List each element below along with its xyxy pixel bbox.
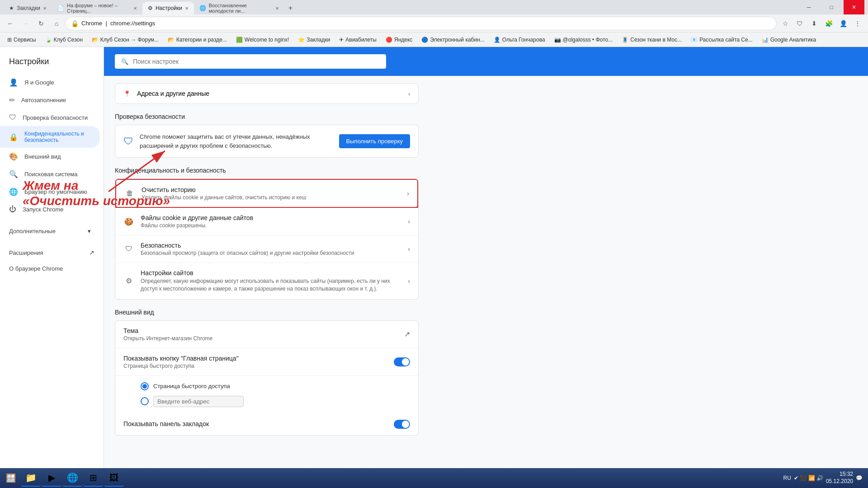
new-tab-button[interactable]: + <box>284 2 297 14</box>
clear-history-text: Очистить историю Удалить файлы cookie и … <box>142 186 401 201</box>
sidebar-label: Браузер по умолчанию <box>24 188 87 195</box>
theme-text: Тема Открыть Интернет-магазин Chrome <box>123 327 398 342</box>
sidebar-item-appearance[interactable]: 🎨 Внешний вид <box>0 148 100 165</box>
homepage-toggle-row[interactable]: Показывать кнопку "Главная страница" Стр… <box>115 348 418 376</box>
cookies-title: Файлы cookie и другие данные сайтов <box>141 214 401 221</box>
chevron-right-icon: › <box>407 190 409 197</box>
forward-button[interactable]: → <box>19 17 33 30</box>
security-text: Безопасность Безопасный просмотр (защита… <box>141 242 401 256</box>
bookmark-item[interactable]: 📂 Клуб Сезон → Форум... <box>88 36 162 44</box>
maximize-button[interactable]: □ <box>821 0 842 14</box>
bookmark-item[interactable]: 🔵 Электронный кабин... <box>418 36 488 44</box>
homepage-text: Показывать кнопку "Главная страница" Стр… <box>123 355 387 369</box>
tab-close[interactable]: ✕ <box>185 6 189 11</box>
bookmark-item[interactable]: 🟩 Welcome to nginx! <box>232 36 293 44</box>
bookmarks-bar-row[interactable]: Показывать панель закладок <box>115 413 418 435</box>
settings-title: Настройки <box>0 52 104 74</box>
bookmark-item[interactable]: ✈ Авиабилеты <box>335 36 380 44</box>
bookmark-item[interactable]: 📊 Google Аналитика <box>758 36 820 44</box>
tab-close[interactable]: ✕ <box>43 6 47 11</box>
bookmark-item[interactable]: 📷 @olgalosss • Фото... <box>551 36 617 44</box>
download-icon[interactable]: ⬇ <box>807 17 821 30</box>
chevron-icon: ▾ <box>88 228 91 235</box>
address-bar[interactable]: 🔒 Chrome | chrome://settings <box>65 17 777 30</box>
back-button[interactable]: ← <box>4 17 17 30</box>
url-input[interactable] <box>153 396 244 407</box>
extensions-icon[interactable]: 🧩 <box>822 17 835 30</box>
sidebar-item-additional[interactable]: Дополнительные ▾ <box>0 223 100 239</box>
tab-close[interactable]: ✕ <box>133 6 137 11</box>
bookmark-item[interactable]: 🧵 Сезон ткани в Мос... <box>618 36 685 44</box>
radio-item-quick-access[interactable]: Страница быстрого доступа <box>141 380 410 393</box>
site-settings-row[interactable]: ⚙ Настройки сайтов Определяет, какую инф… <box>115 263 418 299</box>
tab-icon: 📄 <box>57 5 64 11</box>
home-button[interactable]: ⌂ <box>50 17 63 30</box>
sidebar-label: Поисковая система <box>24 171 78 178</box>
shield-check-icon: 🛡 <box>123 136 133 147</box>
clear-history-row[interactable]: 🗑 Очистить историю Удалить файлы cookie … <box>115 179 418 208</box>
bookmark-item[interactable]: ⊞ Сервисы <box>4 36 40 44</box>
tab-label: На форуме – новое! – Страниц... <box>67 3 131 14</box>
bookmark-item[interactable]: 📧 Рассылка сайта Се... <box>687 36 756 44</box>
sidebar-label: Автозаполнение <box>21 97 66 103</box>
bookmarks-bar-toggle[interactable] <box>394 420 410 429</box>
theme-row[interactable]: Тема Открыть Интернет-магазин Chrome ↗ <box>115 321 418 348</box>
homepage-toggle[interactable] <box>394 357 410 366</box>
edit-icon: ✏ <box>9 96 15 104</box>
bookmark-item[interactable]: 🔴 Яндекс <box>382 36 416 44</box>
search-input[interactable] <box>133 58 380 65</box>
tab-forum[interactable]: 📄 На форуме – новое! – Страниц... ✕ <box>52 2 142 14</box>
profile-icon[interactable]: 👤 <box>836 17 850 30</box>
address-text: Chrome | chrome://settings <box>81 20 771 27</box>
browser-content: Настройки 👤 Я и Google ✏ Автозаполнение … <box>0 47 868 468</box>
toolbar-right: ☆ 🛡 ⬇ 🧩 👤 ⋮ <box>778 17 864 30</box>
reload-button[interactable]: ↻ <box>34 17 48 30</box>
lock-icon: 🔒 <box>71 20 79 27</box>
tab-close[interactable]: ✕ <box>275 6 279 11</box>
bookmarks-icon[interactable]: ☆ <box>778 17 792 30</box>
sliders-icon: ⚙ <box>123 277 134 285</box>
bookmark-item[interactable]: ⭐ Закладки <box>294 36 334 44</box>
settings-main: 🔍 📍 Адреса и другие данные › Проверка бе… <box>104 47 868 468</box>
tab-restoration[interactable]: 🌐 Восстановление молодости ли... ✕ <box>194 2 284 14</box>
site-settings-title: Настройки сайтов <box>141 269 401 277</box>
additional-label: Дополнительные <box>9 228 56 235</box>
bookmark-item[interactable]: 📂 Категории и разде... <box>164 36 231 44</box>
minimize-button[interactable]: ─ <box>798 0 819 14</box>
cookies-row[interactable]: 🍪 Файлы cookie и другие данные сайтов Фа… <box>115 208 418 235</box>
clear-history-sub: Удалить файлы cookie и данные сайтов, оч… <box>142 194 401 201</box>
cookie-icon: 🍪 <box>123 217 134 226</box>
search-box[interactable]: 🔍 <box>115 54 386 69</box>
close-button[interactable]: ✕ <box>844 0 864 14</box>
bookmark-item[interactable]: 🍃 Клуб Сезон <box>42 36 86 44</box>
radio-circle-url <box>141 397 149 405</box>
security-row[interactable]: 🛡 Безопасность Безопасный просмотр (защи… <box>115 235 418 263</box>
shield-icon[interactable]: 🛡 <box>793 17 807 30</box>
tab-settings[interactable]: ⚙ Настройки ✕ <box>142 2 194 14</box>
tab-bookmarks[interactable]: ★ Закладки ✕ <box>4 2 52 14</box>
settings-search-bar: 🔍 <box>104 47 868 76</box>
chevron-right-icon: › <box>408 90 410 97</box>
sidebar-item-autofill[interactable]: ✏ Автозаполнение <box>0 91 100 109</box>
trash-icon: 🗑 <box>124 189 135 197</box>
sidebar-item-about[interactable]: О браузере Chrome <box>0 261 104 277</box>
bookmark-item[interactable]: 👤 Ольга Гончарова <box>490 36 549 44</box>
sidebar-item-startup[interactable]: ⏻ Запуск Chrome <box>0 201 100 218</box>
bookmarks-bar: ⊞ Сервисы 🍃 Клуб Сезон 📂 Клуб Сезон → Фо… <box>0 33 868 47</box>
address-row[interactable]: 📍 Адреса и другие данные › <box>115 83 419 104</box>
homepage-title: Показывать кнопку "Главная страница" <box>123 355 387 362</box>
settings-sidebar: Настройки 👤 Я и Google ✏ Автозаполнение … <box>0 47 104 468</box>
sidebar-item-privacy[interactable]: 🔒 Конфиденциальность и безопасность <box>0 126 100 148</box>
chevron-right-icon: › <box>408 218 410 225</box>
sidebar-item-default-browser[interactable]: 🌐 Браузер по умолчанию <box>0 183 100 201</box>
security-check-card: 🛡 Chrome поможет защитить вас от утечки … <box>115 125 419 158</box>
sidebar-item-extensions[interactable]: Расширения ↗ <box>0 244 104 261</box>
sidebar-item-me-and-google[interactable]: 👤 Я и Google <box>0 74 100 91</box>
menu-icon[interactable]: ⋮ <box>851 17 864 30</box>
search-icon: 🔍 <box>121 58 128 65</box>
run-check-button[interactable]: Выполнить проверку <box>339 134 410 148</box>
tab-icon: ★ <box>9 5 14 11</box>
sidebar-item-search[interactable]: 🔍 Поисковая система <box>0 165 100 183</box>
sidebar-item-security-check[interactable]: 🛡 Проверка безопасности <box>0 109 100 126</box>
radio-item-url[interactable] <box>141 393 410 410</box>
